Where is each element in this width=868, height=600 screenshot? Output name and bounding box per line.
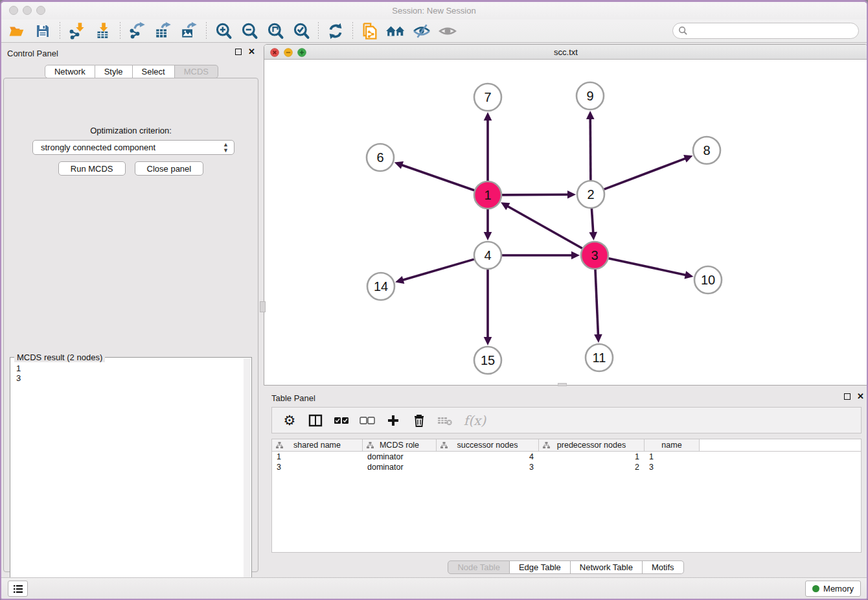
hide-selected-button[interactable] — [409, 21, 435, 41]
table-settings-button[interactable]: ⚙ — [281, 412, 298, 429]
float-panel-icon[interactable] — [235, 49, 242, 55]
panel-splitter-handle[interactable] — [260, 301, 266, 312]
main-titlebar: Session: New Session — [1, 2, 867, 19]
task-history-button[interactable] — [8, 581, 28, 597]
window-title: Session: New Session — [1, 6, 867, 16]
zoom-in-button[interactable] — [211, 21, 236, 41]
table-cell[interactable]: 3 — [272, 462, 363, 472]
close-panel-button[interactable]: Close panel — [135, 161, 204, 176]
tab-mcds[interactable]: MCDS — [175, 65, 218, 78]
network-window-titlebar[interactable]: scc.txt — [264, 45, 867, 60]
column-label: name — [661, 441, 681, 450]
edge-2-3[interactable] — [591, 209, 593, 233]
show-column-panel-button[interactable] — [307, 412, 324, 429]
column-header-shared-name[interactable]: shared name — [272, 439, 363, 451]
node-label-10: 10 — [701, 273, 715, 287]
plus-icon — [387, 414, 400, 427]
table-row[interactable]: 3dominator323 — [272, 462, 861, 472]
network-graph-canvas[interactable]: 1234678910111415 — [264, 60, 868, 386]
column-header-predecessor-nodes[interactable]: predecessor nodes — [539, 439, 645, 451]
mcds-result-text[interactable]: 1 3 — [10, 360, 251, 600]
view-splitter-handle[interactable] — [558, 383, 567, 386]
show-all-button[interactable] — [435, 21, 461, 41]
table-panel: Table Panel ✕ ⚙ — [264, 387, 868, 577]
export-image-button[interactable] — [176, 21, 202, 41]
table-cell[interactable]: 3 — [437, 462, 539, 472]
edge-1-6[interactable] — [401, 165, 474, 190]
close-panel-icon[interactable]: ✕ — [248, 49, 255, 55]
mcds-result-box: MCDS result (2 nodes) 1 3 — [10, 357, 252, 600]
import-table-button[interactable] — [90, 21, 116, 41]
edge-arrowhead — [586, 111, 595, 119]
edge-arrowhead — [589, 232, 597, 240]
control-panel-header: Control Panel ✕ — [1, 43, 262, 63]
split-panel-icon — [308, 414, 323, 427]
tab-edge-table[interactable]: Edge Table — [510, 560, 571, 574]
table-cell[interactable]: 1 — [272, 452, 363, 462]
table-cell[interactable]: dominator — [363, 452, 437, 462]
edge-4-14[interactable] — [402, 259, 474, 280]
zoom-selected-button[interactable] — [288, 21, 314, 41]
toolbar-separator — [206, 22, 207, 40]
mcds-panel: Optimization criterion: strongly connect… — [3, 78, 258, 572]
table-cell[interactable]: 1 — [539, 452, 645, 462]
import-network-button[interactable] — [64, 21, 90, 41]
table-cell[interactable]: 1 — [645, 452, 700, 462]
export-network-button[interactable] — [124, 21, 150, 41]
search-input[interactable] — [672, 23, 859, 39]
delete-column-button[interactable] — [411, 412, 428, 429]
edge-3-1[interactable] — [507, 206, 582, 249]
search-container — [672, 23, 859, 39]
export-table-button[interactable] — [150, 21, 176, 41]
toolbar-separator — [352, 22, 353, 40]
float-table-panel-icon[interactable] — [844, 393, 851, 400]
tab-motifs[interactable]: Motifs — [643, 560, 684, 574]
unselect-all-columns-button[interactable] — [359, 412, 376, 429]
run-mcds-button[interactable]: Run MCDS — [58, 161, 126, 176]
column-label: successor nodes — [457, 441, 518, 450]
column-header-MCDS-role[interactable]: MCDS role — [363, 439, 437, 451]
table-cell[interactable]: dominator — [363, 462, 437, 472]
memory-button[interactable]: Memory — [805, 581, 861, 597]
edge-arrowhead — [567, 190, 576, 199]
save-session-button[interactable] — [30, 21, 56, 41]
table-cell[interactable]: 3 — [645, 462, 700, 472]
edge-2-9[interactable] — [590, 118, 591, 180]
create-column-button[interactable] — [385, 412, 402, 429]
tab-network[interactable]: Network — [45, 65, 95, 78]
select-all-columns-button[interactable] — [333, 412, 350, 429]
save-floppy-icon — [35, 23, 51, 39]
tab-select[interactable]: Select — [133, 65, 175, 78]
zoom-out-button[interactable] — [236, 21, 262, 41]
column-tree-icon — [367, 442, 374, 449]
table-row[interactable]: 1dominator411 — [272, 452, 861, 462]
open-file-button[interactable] — [4, 21, 30, 41]
tab-style[interactable]: Style — [95, 65, 133, 78]
column-header-successor-nodes[interactable]: successor nodes — [437, 439, 539, 451]
node-label-1: 1 — [484, 188, 491, 202]
first-neighbors-button[interactable] — [383, 21, 409, 41]
zoom-fit-button[interactable] — [262, 21, 288, 41]
close-table-panel-icon[interactable]: ✕ — [857, 393, 864, 400]
optimization-criterion-dropdown[interactable]: strongly connected component ▲▼ — [32, 140, 234, 155]
edge-arrowhead — [484, 112, 492, 121]
tab-network-table[interactable]: Network Table — [571, 560, 643, 574]
export-network-icon — [129, 22, 146, 40]
result-scrollbar[interactable] — [244, 358, 251, 600]
column-label: predecessor nodes — [557, 441, 626, 450]
edge-3-10[interactable] — [608, 259, 686, 275]
edge-2-8[interactable] — [604, 158, 687, 189]
function-builder-button: f(x) — [463, 412, 487, 429]
table-cell[interactable]: 2 — [539, 462, 645, 472]
tab-node-table[interactable]: Node Table — [448, 560, 510, 574]
node-label-11: 11 — [593, 351, 606, 365]
edge-arrowhead — [484, 337, 492, 345]
zoom-selected-icon — [292, 22, 310, 40]
edge-3-11[interactable] — [595, 270, 599, 336]
edge-1-2[interactable] — [502, 194, 569, 195]
table-cell[interactable]: 4 — [437, 452, 539, 462]
apply-layout-button[interactable] — [323, 21, 348, 41]
clone-network-button[interactable] — [357, 21, 383, 41]
column-header-name[interactable]: name — [645, 439, 700, 451]
zoom-out-icon — [240, 22, 258, 40]
